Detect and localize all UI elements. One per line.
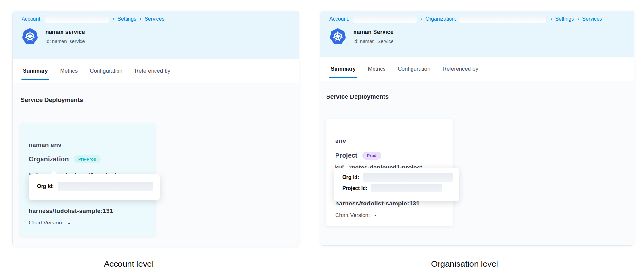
- service-name: naman service: [45, 29, 85, 35]
- tooltip-body: Org Id: Project Id:: [334, 168, 459, 192]
- chevron-right-icon: ›: [550, 15, 552, 22]
- service-title-row: naman service Id: naman_service: [22, 28, 290, 45]
- breadcrumb-account-link[interactable]: Account:: [329, 16, 349, 22]
- org-id-row: Org Id:: [37, 182, 160, 191]
- summary-tab-content: Service Deployments naman env Organizati…: [13, 83, 299, 246]
- service-identity: naman Service Id: naman_Service: [353, 29, 393, 44]
- artifact-name: harness/todolist-sample:131: [29, 207, 113, 214]
- org-id-row: Org Id:: [342, 173, 459, 182]
- tab-metrics[interactable]: Metrics: [60, 59, 78, 83]
- project-id-label: Project Id:: [342, 185, 367, 191]
- caption-organisation-level: Organisation level: [431, 259, 498, 269]
- scope-label: Project: [335, 152, 357, 159]
- account-level-panel: Account: › Settings › Services: [12, 11, 299, 246]
- chart-version-value: -: [68, 220, 70, 226]
- chevron-right-icon: ›: [139, 15, 141, 22]
- chevron-right-icon: ›: [112, 15, 114, 22]
- redacted-project-id-value: [371, 184, 442, 192]
- tab-summary[interactable]: Summary: [331, 57, 355, 81]
- environment-name: env: [335, 137, 346, 144]
- service-id: Id: naman_service: [45, 38, 85, 44]
- scope-row: Project Prod: [335, 152, 381, 160]
- redacted-organization-name: [459, 15, 547, 23]
- section-title: Service Deployments: [326, 93, 389, 100]
- tab-referenced-by[interactable]: Referenced by: [135, 59, 170, 83]
- tab-summary[interactable]: Summary: [23, 59, 48, 83]
- redacted-account-name: [45, 15, 109, 23]
- scope-row: Organization Pre-Prod: [29, 155, 101, 163]
- breadcrumb-services-link[interactable]: Services: [582, 16, 602, 22]
- service-name: naman Service: [353, 29, 393, 35]
- org-id-label: Org Id:: [37, 184, 54, 189]
- chart-version-label: Chart Version:: [335, 212, 370, 218]
- chart-version-label: Chart Version:: [29, 220, 63, 226]
- kubernetes-icon: [22, 28, 38, 45]
- org-id-tooltip: Org Id:: [29, 174, 160, 200]
- breadcrumb-account-link[interactable]: Account:: [22, 16, 42, 22]
- tooltip-body: Org Id:: [29, 174, 160, 191]
- chevron-right-icon: ›: [577, 15, 579, 22]
- kubernetes-icon: [329, 28, 346, 45]
- organisation-level-panel: Account: › Organization: › Settings › Se…: [320, 11, 634, 246]
- service-header: Account: › Settings › Services: [13, 11, 299, 59]
- tab-bar: Summary Metrics Configuration Referenced…: [13, 59, 299, 83]
- redacted-account-name: [353, 15, 417, 23]
- breadcrumb-organization-link[interactable]: Organization:: [425, 16, 456, 22]
- org-id-label: Org Id:: [342, 174, 359, 180]
- org-project-id-tooltip: Org Id: Project Id:: [334, 168, 459, 201]
- redacted-org-id-value: [58, 182, 153, 191]
- tab-configuration[interactable]: Configuration: [90, 59, 122, 83]
- tab-bar: Summary Metrics Configuration Referenced…: [320, 57, 634, 81]
- caption-account-level: Account level: [104, 259, 154, 269]
- chart-version-row: Chart Version: -: [335, 212, 376, 219]
- service-title-row: naman Service Id: naman_Service: [329, 28, 625, 45]
- summary-tab-content: Service Deployments env Project Prod har…: [320, 81, 634, 245]
- breadcrumb: Account: › Settings › Services: [22, 15, 290, 23]
- section-title: Service Deployments: [21, 96, 83, 104]
- screenshot-canvas: Account: › Settings › Services: [0, 0, 644, 279]
- service-header: Account: › Organization: › Settings › Se…: [320, 11, 634, 57]
- breadcrumb-services-link[interactable]: Services: [145, 16, 164, 22]
- chart-version-value: -: [374, 212, 376, 218]
- tab-metrics[interactable]: Metrics: [368, 57, 385, 81]
- project-id-row: Project Id:: [342, 184, 459, 192]
- scope-label: Organization: [29, 155, 69, 163]
- chevron-right-icon: ›: [420, 15, 422, 22]
- chart-version-row: Chart Version: -: [29, 220, 70, 226]
- redacted-org-id-value: [363, 173, 453, 182]
- env-type-badge: Prod: [362, 152, 381, 160]
- environment-name: naman env: [29, 142, 62, 149]
- breadcrumb-settings-link[interactable]: Settings: [118, 16, 136, 22]
- service-id: Id: naman_Service: [353, 38, 393, 44]
- tab-referenced-by[interactable]: Referenced by: [442, 57, 478, 81]
- tab-configuration[interactable]: Configuration: [398, 57, 430, 81]
- breadcrumb-settings-link[interactable]: Settings: [555, 16, 574, 22]
- env-type-badge: Pre-Prod: [74, 155, 101, 163]
- breadcrumb: Account: › Organization: › Settings › Se…: [329, 15, 625, 23]
- service-identity: naman service Id: naman_service: [45, 29, 85, 44]
